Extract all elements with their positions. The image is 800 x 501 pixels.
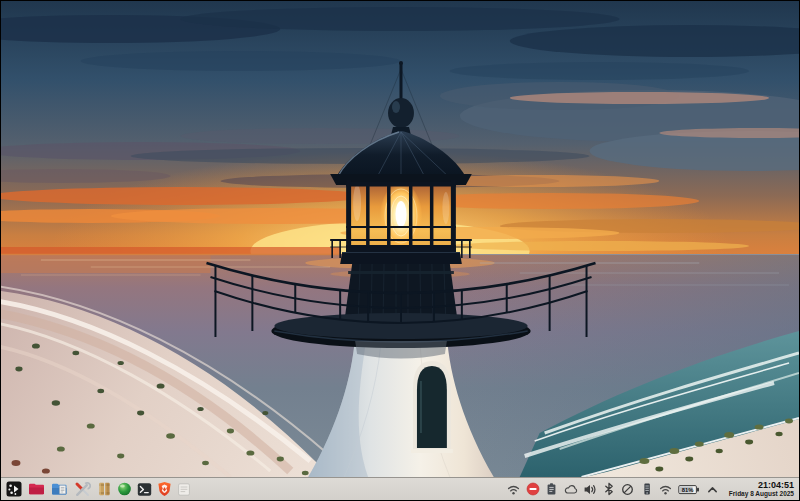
screen: 81% 21:04:51 Friday 8 August 2025 bbox=[0, 0, 800, 501]
notes-button[interactable] bbox=[176, 479, 192, 499]
clock-date: Friday 8 August 2025 bbox=[729, 490, 794, 497]
file-manager-icon bbox=[51, 481, 68, 497]
bluetooth-button[interactable] bbox=[601, 479, 617, 499]
taskbar-launchers bbox=[4, 479, 192, 499]
clock[interactable]: 21:04:51 Friday 8 August 2025 bbox=[724, 481, 796, 498]
chevron-up-icon bbox=[706, 483, 719, 496]
battery-button[interactable]: 81% bbox=[677, 479, 702, 499]
clipboard-button[interactable] bbox=[544, 479, 560, 499]
books-button[interactable] bbox=[96, 479, 112, 499]
wifi-tray-button[interactable] bbox=[506, 479, 522, 499]
system-tools-icon bbox=[74, 481, 91, 497]
mobile-device-button[interactable] bbox=[639, 479, 655, 499]
taskbar: 81% 21:04:51 Friday 8 August 2025 bbox=[1, 477, 799, 500]
app-menu-icon bbox=[6, 481, 22, 497]
do-not-disturb-icon bbox=[526, 482, 540, 496]
system-tools-button[interactable] bbox=[73, 479, 92, 499]
desktop-wallpaper bbox=[1, 1, 799, 477]
night-light-button[interactable] bbox=[620, 479, 636, 499]
network-button[interactable] bbox=[658, 479, 674, 499]
wallpaper-scene bbox=[1, 1, 799, 477]
clipboard-icon bbox=[545, 482, 558, 496]
system-tray: 81% 21:04:51 Friday 8 August 2025 bbox=[506, 479, 796, 499]
notes-icon bbox=[177, 482, 191, 497]
tower-window bbox=[411, 361, 453, 453]
bluetooth-icon bbox=[603, 482, 615, 496]
brave-shield-icon bbox=[157, 481, 172, 497]
red-folder-button[interactable] bbox=[27, 479, 46, 499]
night-light-icon bbox=[621, 483, 634, 496]
green-globe-button[interactable] bbox=[116, 479, 132, 499]
expand-tray-button[interactable] bbox=[705, 479, 721, 499]
green-globe-icon bbox=[117, 481, 132, 497]
cloud-icon bbox=[564, 483, 578, 496]
clock-time: 21:04:51 bbox=[758, 481, 794, 491]
file-manager-button[interactable] bbox=[50, 479, 69, 499]
app-menu-button[interactable] bbox=[4, 479, 23, 499]
volume-icon bbox=[583, 483, 597, 496]
battery-icon: 81% bbox=[678, 483, 700, 496]
red-folder-icon bbox=[28, 481, 45, 497]
volume-button[interactable] bbox=[582, 479, 598, 499]
finial-ball bbox=[388, 98, 414, 128]
terminal-button[interactable] bbox=[136, 479, 152, 499]
mobile-device-icon bbox=[641, 482, 653, 496]
do-not-disturb-button[interactable] bbox=[525, 479, 541, 499]
network-wifi-icon bbox=[659, 483, 672, 496]
battery-percent-text: 81% bbox=[682, 487, 694, 493]
books-icon bbox=[97, 481, 112, 497]
terminal-icon bbox=[137, 482, 152, 497]
wifi-icon bbox=[507, 483, 520, 496]
brave-browser-button[interactable] bbox=[156, 479, 172, 499]
cloud-button[interactable] bbox=[563, 479, 579, 499]
